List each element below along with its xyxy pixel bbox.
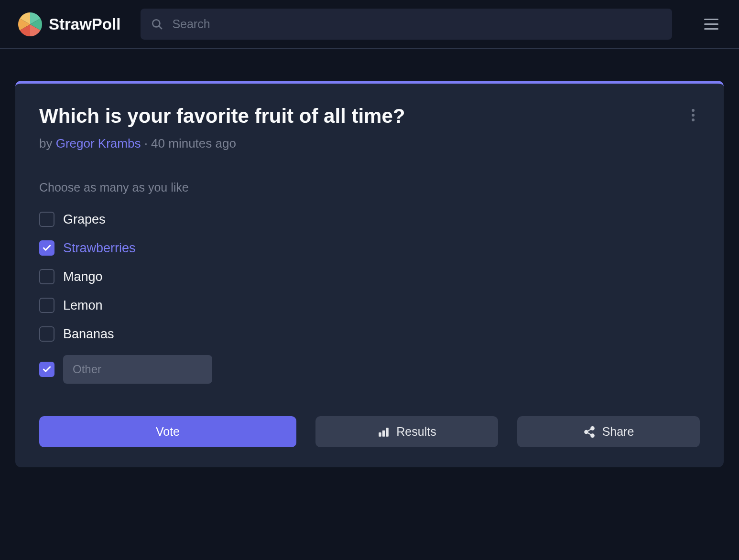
check-icon xyxy=(42,243,52,253)
poll-option-other[interactable] xyxy=(39,355,700,384)
share-icon xyxy=(583,426,596,438)
check-icon xyxy=(42,365,52,374)
search-icon xyxy=(151,18,163,31)
svg-point-5 xyxy=(591,427,594,430)
by-prefix: by xyxy=(39,136,56,151)
svg-rect-4 xyxy=(386,428,389,436)
checkbox[interactable] xyxy=(39,326,54,342)
svg-point-7 xyxy=(591,434,594,437)
poll-option[interactable]: Mango xyxy=(39,269,700,284)
checkbox[interactable] xyxy=(39,269,54,284)
poll-options-list: Grapes Strawberries Mango Lemon xyxy=(39,212,700,384)
poll-option[interactable]: Bananas xyxy=(39,326,700,342)
vote-button-label: Vote xyxy=(156,425,180,439)
option-label: Lemon xyxy=(63,298,103,313)
option-label: Mango xyxy=(63,269,103,284)
poll-option[interactable]: Grapes xyxy=(39,212,700,227)
svg-rect-3 xyxy=(382,430,385,436)
share-button-label: Share xyxy=(602,425,634,439)
search-input[interactable] xyxy=(141,9,672,40)
more-dots-icon xyxy=(692,109,695,112)
poll-card: Which is your favorite fruit of all time… xyxy=(15,81,724,467)
poll-header: Which is your favorite fruit of all time… xyxy=(39,105,700,151)
header: StrawPoll xyxy=(0,0,739,49)
main-content: Which is your favorite fruit of all time… xyxy=(0,49,739,486)
search-container xyxy=(141,9,672,40)
option-label: Grapes xyxy=(63,212,106,227)
poll-meta: by Gregor Krambs · 40 minutes ago xyxy=(39,136,405,151)
poll-timestamp: 40 minutes ago xyxy=(151,136,236,151)
checkbox[interactable] xyxy=(39,298,54,313)
option-label: Strawberries xyxy=(63,241,136,256)
checkbox[interactable] xyxy=(39,212,54,227)
svg-line-9 xyxy=(587,432,591,434)
logo-section[interactable]: StrawPoll xyxy=(18,12,120,36)
vote-button[interactable]: Vote xyxy=(39,416,296,447)
brand-name: StrawPoll xyxy=(49,15,120,33)
results-button-label: Results xyxy=(396,425,436,439)
poll-option[interactable]: Lemon xyxy=(39,298,700,313)
svg-line-8 xyxy=(587,429,591,431)
svg-point-6 xyxy=(585,430,588,433)
hamburger-icon xyxy=(704,19,718,30)
other-text-input[interactable] xyxy=(63,355,212,384)
poll-title: Which is your favorite fruit of all time… xyxy=(39,105,405,128)
checkbox[interactable] xyxy=(39,362,54,377)
hamburger-menu-button[interactable] xyxy=(702,15,721,34)
svg-rect-2 xyxy=(379,432,381,437)
share-button[interactable]: Share xyxy=(517,416,700,447)
svg-point-0 xyxy=(153,20,160,27)
more-options-button[interactable] xyxy=(686,107,700,124)
option-label: Bananas xyxy=(63,327,114,342)
pie-chart-logo-icon xyxy=(18,12,42,36)
svg-line-1 xyxy=(159,26,163,29)
poll-author-link[interactable]: Gregor Krambs xyxy=(56,136,141,151)
results-button[interactable]: Results xyxy=(315,416,498,447)
poll-option[interactable]: Strawberries xyxy=(39,240,700,256)
checkbox[interactable] xyxy=(39,240,54,256)
poll-instruction: Choose as many as you like xyxy=(39,181,700,194)
bar-chart-icon xyxy=(377,426,390,438)
meta-separator: · xyxy=(141,136,151,151)
action-buttons: Vote Results xyxy=(39,416,700,447)
